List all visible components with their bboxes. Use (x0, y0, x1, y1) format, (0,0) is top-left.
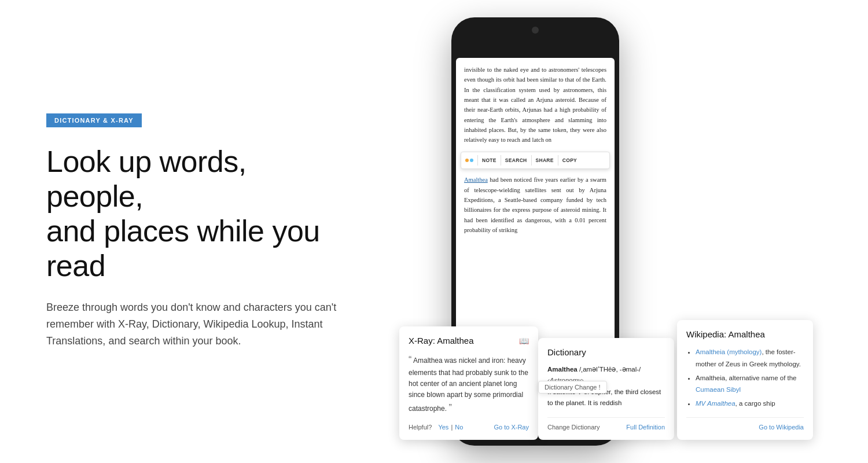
wiki-item-3: MV Amalthea, a cargo ship (696, 398, 804, 409)
dict-footer: Change Dictionary Full Definition (547, 417, 665, 431)
copy-button[interactable]: COPY (558, 157, 581, 163)
wiki-link-mv[interactable]: MV Amalthea (696, 400, 735, 407)
xray-quote: “ Amalthea was nickel and iron: heavy el… (409, 352, 529, 416)
headline: Look up words, people, and places while … (46, 145, 347, 283)
wiki-title: Wikipedia: Amalthea (686, 329, 804, 339)
wiki-footer: Go to Wikipedia (686, 417, 804, 431)
dict-word: Amalthea (547, 366, 578, 373)
wiki-item-2: Amaltheia, alternative name of the Cumae… (696, 372, 804, 395)
right-section: invisible to the naked eye and to astron… (393, 0, 868, 463)
go-to-xray-link[interactable]: Go to X-Ray (494, 424, 529, 431)
dict-pronunciation: /ˌaməlˈTHēə, -əmal-/ (579, 366, 641, 373)
subtext: Breeze through words you don't know and … (46, 299, 347, 349)
dict-title: Dictionary (547, 347, 665, 357)
full-definition-link[interactable]: Full Definition (626, 424, 665, 431)
xray-panel: X-Ray: Amalthea 📖 “ Amalthea was nickel … (399, 326, 538, 440)
kindle-icon (461, 152, 477, 168)
xray-book-icon: 📖 (519, 336, 529, 346)
wiki-list: Amaltheia (mythology), the foster-mother… (686, 346, 804, 409)
helpful-links: Helpful? Yes | No (409, 424, 463, 431)
note-button[interactable]: NOTE (478, 157, 501, 163)
dict-change-notification: Dictionary Change ! (538, 381, 607, 394)
wiki-link-mythology[interactable]: Amaltheia (mythology) (696, 348, 762, 355)
helpful-no[interactable]: No (455, 424, 463, 431)
wikipedia-panel: Wikipedia: Amalthea Amaltheia (mythology… (677, 320, 813, 440)
helpful-yes[interactable]: Yes (438, 424, 448, 431)
go-to-wikipedia-link[interactable]: Go to Wikipedia (759, 424, 804, 431)
xray-helpful-row: Helpful? Yes | No Go to X-Ray (409, 424, 529, 431)
book-text: invisible to the naked eye and to astron… (456, 58, 615, 242)
highlighted-word-amalthea: Amalthea (464, 177, 488, 183)
book-paragraph-3: Amalthea had been noticed five years ear… (464, 175, 606, 235)
book-paragraph-1: invisible to the naked eye and to astron… (464, 65, 606, 145)
xray-title: X-Ray: Amalthea 📖 (409, 336, 529, 346)
feature-badge: DICTIONARY & X-RAY (46, 113, 142, 127)
search-button[interactable]: SEARCH (501, 157, 531, 163)
text-selection-toolbar: NOTE SEARCH SHARE COPY (461, 152, 610, 169)
phone-notch (532, 27, 539, 34)
left-content: DICTIONARY & X-RAY Look up words, people… (0, 79, 393, 384)
wiki-item-1: Amaltheia (mythology), the foster-mother… (696, 346, 804, 369)
change-dictionary-button[interactable]: Change Dictionary (547, 424, 600, 431)
share-button[interactable]: SHARE (532, 157, 558, 163)
wiki-link-sibyl[interactable]: Cumaean Sibyl (696, 386, 741, 393)
